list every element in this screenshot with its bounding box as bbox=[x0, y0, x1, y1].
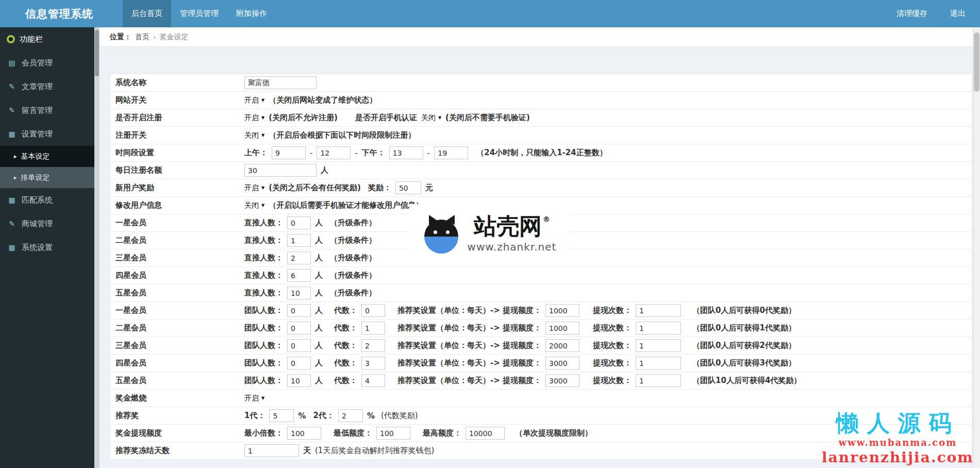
field-text: （团队0人后可获得1代奖励） bbox=[692, 323, 796, 333]
field-input[interactable] bbox=[376, 427, 410, 440]
field-input[interactable] bbox=[269, 409, 294, 422]
zhankr-cat-logo-icon bbox=[423, 214, 460, 254]
sidebar-subitem[interactable]: ▸基本设定 bbox=[0, 146, 94, 167]
field-input[interactable] bbox=[287, 304, 311, 317]
field-input[interactable] bbox=[395, 181, 421, 194]
field-input[interactable] bbox=[287, 427, 321, 440]
form-row: 五星会员团队人数：人代数：推荐奖设置（单位：每天）-> 提现额度：提现次数：（团… bbox=[110, 372, 972, 390]
caret-right-icon: ▸ bbox=[14, 174, 17, 181]
edit-icon: ✎ bbox=[7, 106, 16, 114]
field-input[interactable] bbox=[389, 146, 423, 159]
page-scrollbar-thumb[interactable] bbox=[974, 32, 979, 92]
form-row: 四星会员团队人数：人代数：推荐奖设置（单位：每天）-> 提现额度：提现次数：（团… bbox=[110, 355, 972, 372]
sidebar-item[interactable]: ▦设置管理 bbox=[0, 122, 94, 146]
field-input[interactable] bbox=[636, 304, 681, 317]
nav-tab[interactable]: 后台首页 bbox=[123, 0, 171, 27]
field-text: 团队人数： bbox=[244, 358, 283, 368]
sidebar-item[interactable]: ✎留言管理 bbox=[0, 98, 94, 122]
lanren-watermark: 懒人源码 www.mubanma.com lanrenzhijia.com bbox=[822, 410, 974, 466]
field-label: 推荐奖冻结天数 bbox=[110, 446, 244, 456]
sidebar-item-label: 商城管理 bbox=[22, 219, 53, 229]
field-input[interactable] bbox=[545, 374, 579, 387]
zhankr-watermark-text: 站壳网® www.zhankr.net bbox=[468, 215, 557, 253]
field-input[interactable] bbox=[244, 76, 317, 89]
field-input[interactable] bbox=[338, 409, 363, 422]
field-label: 新用户奖励 bbox=[110, 183, 244, 193]
field-input[interactable] bbox=[636, 357, 681, 370]
logout-link[interactable]: 退出 bbox=[950, 9, 966, 19]
sidebar-item[interactable]: ▦匹配系统 bbox=[0, 188, 94, 212]
field-input[interactable] bbox=[287, 269, 311, 282]
field-input[interactable] bbox=[287, 339, 311, 352]
field-text: 代数： bbox=[334, 341, 357, 350]
sidebar-item[interactable]: ✎商城管理 bbox=[0, 212, 94, 236]
table-icon: ▤ bbox=[7, 59, 16, 67]
field-text: （团队10人后可获得4代奖励） bbox=[692, 376, 801, 386]
field-input[interactable] bbox=[434, 146, 468, 159]
page-scrollbar[interactable] bbox=[973, 27, 980, 468]
field-text: - bbox=[355, 148, 357, 158]
field-select[interactable]: 开启▼ bbox=[244, 183, 264, 193]
field-input[interactable] bbox=[287, 216, 311, 229]
field-input[interactable] bbox=[545, 304, 579, 317]
field-input[interactable] bbox=[636, 322, 681, 335]
field-input[interactable] bbox=[361, 339, 385, 352]
field-input[interactable] bbox=[545, 339, 579, 352]
field-select[interactable]: 关闭▼ bbox=[421, 113, 441, 123]
field-input[interactable] bbox=[361, 322, 385, 335]
field-label: 网站开关 bbox=[110, 95, 244, 105]
field-label: 三星会员 bbox=[110, 253, 244, 263]
field-input[interactable] bbox=[317, 146, 351, 159]
field-input[interactable] bbox=[287, 322, 311, 335]
field-input[interactable] bbox=[287, 287, 311, 299]
watermark-title: 懒人源码 bbox=[822, 410, 974, 437]
field-input[interactable] bbox=[636, 374, 681, 387]
field-text: 团队人数： bbox=[244, 323, 283, 333]
field-input[interactable] bbox=[244, 164, 317, 177]
field-text: (关闭之后不会有任何奖励) bbox=[269, 183, 361, 193]
field-input[interactable] bbox=[287, 357, 311, 370]
field-input[interactable] bbox=[545, 357, 579, 370]
caret-down-icon: ▼ bbox=[438, 115, 441, 120]
clear-cache-link[interactable]: 清理缓存 bbox=[896, 9, 927, 19]
field-label: 推荐奖 bbox=[110, 411, 244, 421]
sidebar-scrollbar[interactable] bbox=[94, 27, 99, 468]
breadcrumb-home[interactable]: 首页 bbox=[135, 32, 150, 42]
edit-icon: ✎ bbox=[7, 82, 16, 91]
sidebar-item[interactable]: ▤会员管理 bbox=[0, 51, 94, 75]
sidebar-item[interactable]: ✎文章管理 bbox=[0, 75, 94, 98]
nav-tab[interactable]: 管理员管理 bbox=[171, 0, 227, 27]
watermark-url: www.zhankr.net bbox=[468, 241, 557, 253]
field-label: 二星会员 bbox=[110, 236, 244, 245]
field-input[interactable] bbox=[287, 252, 311, 264]
field-text: 最高额度： bbox=[423, 428, 461, 438]
caret-down-icon: ▼ bbox=[261, 396, 264, 400]
field-select[interactable]: 开启▼ bbox=[244, 394, 264, 403]
field-input[interactable] bbox=[244, 444, 299, 457]
field-select-value: 关闭 bbox=[421, 113, 436, 123]
field-input[interactable] bbox=[272, 146, 306, 159]
field-input[interactable] bbox=[361, 374, 385, 387]
field-text: 提现次数： bbox=[593, 358, 632, 368]
sidebar-scrollbar-thumb[interactable] bbox=[95, 30, 99, 76]
nav-tab[interactable]: 附加操作 bbox=[227, 0, 276, 27]
field-input[interactable] bbox=[361, 304, 385, 317]
field-input[interactable] bbox=[545, 322, 579, 335]
field-select[interactable]: 关闭▼ bbox=[244, 131, 264, 140]
form-row: 三星会员团队人数：人代数：推荐奖设置（单位：每天）-> 提现额度：提现次数：（团… bbox=[110, 337, 972, 355]
sidebar-subitem[interactable]: ▸排单设定 bbox=[0, 167, 94, 188]
field-text: 推荐奖设置（单位：每天）-> 提现额度： bbox=[397, 323, 541, 333]
field-select[interactable]: 开启▼ bbox=[244, 96, 264, 105]
field-input[interactable] bbox=[361, 357, 385, 370]
field-input[interactable] bbox=[287, 374, 311, 387]
field-select[interactable]: 关闭▼ bbox=[244, 201, 264, 210]
sidebar-submenu: ▸基本设定▸排单设定 bbox=[0, 146, 94, 188]
breadcrumb-separator-icon: › bbox=[153, 33, 156, 41]
field-text: 直推人数： bbox=[244, 288, 283, 298]
field-text: - bbox=[427, 148, 430, 158]
sidebar-item[interactable]: ▦系统设置 bbox=[0, 236, 94, 259]
field-input[interactable] bbox=[636, 339, 681, 352]
field-select[interactable]: 开启▼ bbox=[244, 113, 264, 123]
field-input[interactable] bbox=[466, 427, 505, 440]
field-input[interactable] bbox=[287, 234, 311, 247]
